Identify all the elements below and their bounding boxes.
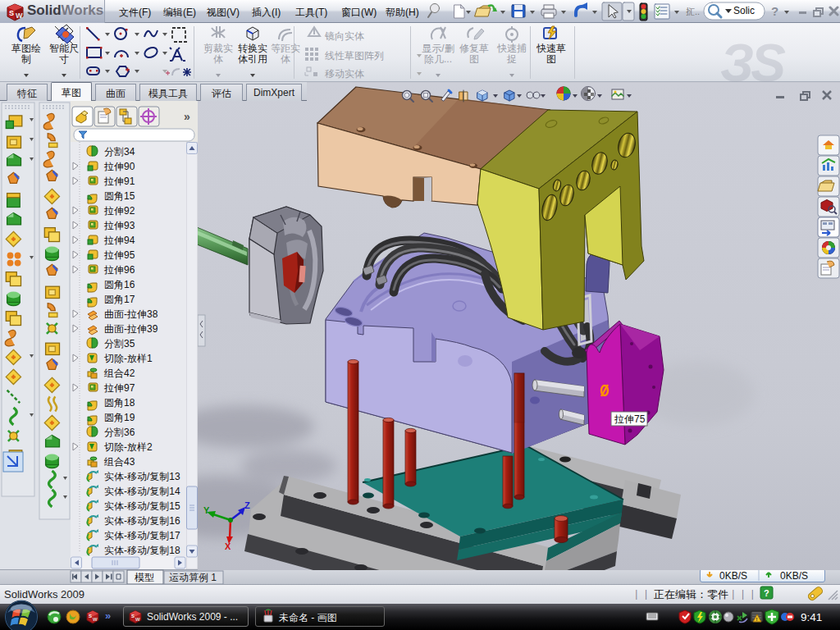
svg-text:0KB/S: 0KB/S: [780, 570, 808, 582]
svg-text:实体-移动/复制14: 实体-移动/复制14: [104, 486, 180, 497]
svg-text:实体-移动/复制17: 实体-移动/复制17: [104, 530, 180, 541]
svg-text:拉伸93: 拉伸93: [103, 220, 135, 231]
svg-text:W: W: [16, 11, 23, 20]
svg-text:拉伸90: 拉伸90: [103, 161, 135, 172]
svg-text:切除-放样2: 切除-放样2: [103, 441, 153, 453]
svg-text:拉伸92: 拉伸92: [103, 205, 135, 217]
svg-text:圆角16: 圆角16: [104, 279, 135, 290]
svg-text:Z: Z: [244, 500, 250, 510]
svg-text:㧟..: 㧟..: [686, 7, 700, 16]
svg-text:圆角17: 圆角17: [104, 294, 135, 305]
svg-text:圆角19: 圆角19: [104, 412, 135, 423]
svg-text:镜向实体: 镜向实体: [324, 30, 364, 42]
svg-text:拉伸75: 拉伸75: [614, 413, 646, 425]
svg-text:分割34: 分割34: [104, 146, 135, 158]
svg-text:?: ?: [771, 4, 778, 18]
svg-text:圆角18: 圆角18: [104, 397, 135, 409]
svg-text:组合43: 组合43: [103, 456, 135, 468]
svg-text:拉伸96: 拉伸96: [103, 264, 135, 276]
svg-text:Y: Y: [203, 505, 210, 515]
svg-text:拉伸94: 拉伸94: [103, 235, 135, 246]
svg-text:Solic: Solic: [733, 5, 755, 16]
svg-text:拉伸97: 拉伸97: [103, 382, 135, 394]
svg-text:分割36: 分割36: [104, 427, 135, 438]
svg-text:组合42: 组合42: [103, 368, 135, 379]
svg-text:曲面-拉伸39: 曲面-拉伸39: [104, 323, 158, 335]
svg-text:曲面-拉伸38: 曲面-拉伸38: [104, 308, 158, 320]
svg-text:X: X: [225, 541, 231, 551]
svg-text:运动算例 1: 运动算例 1: [169, 572, 217, 583]
svg-text:实体-移动/复制13: 实体-移动/复制13: [104, 471, 180, 482]
svg-text:S: S: [89, 614, 92, 619]
svg-text:!: !: [756, 617, 757, 622]
svg-text:»: »: [184, 110, 190, 123]
svg-text:0KB/S: 0KB/S: [719, 570, 747, 582]
svg-text:?: ?: [764, 588, 769, 598]
svg-text:W: W: [93, 617, 98, 622]
svg-text:圆角15: 圆角15: [104, 190, 135, 202]
svg-text:线性草图阵列: 线性草图阵列: [325, 50, 384, 62]
svg-text:拉伸91: 拉伸91: [103, 176, 135, 187]
svg-text:切除-放样1: 切除-放样1: [103, 353, 153, 364]
svg-text:9:41: 9:41: [801, 611, 822, 623]
svg-text:实体-移动/复制18: 实体-移动/复制18: [104, 545, 180, 556]
svg-text:模型: 模型: [135, 572, 154, 583]
svg-text:分割35: 分割35: [104, 338, 135, 349]
svg-text:实体-移动/复制16: 实体-移动/复制16: [104, 515, 180, 527]
svg-text:»: »: [105, 609, 111, 622]
svg-text:移动实体: 移动实体: [325, 68, 364, 80]
svg-text:W: W: [135, 617, 140, 622]
svg-text:实体-移动/复制15: 实体-移动/复制15: [104, 500, 180, 512]
svg-text:S: S: [131, 614, 135, 619]
svg-text:拉伸95: 拉伸95: [103, 249, 135, 261]
svg-text:S: S: [9, 9, 14, 17]
